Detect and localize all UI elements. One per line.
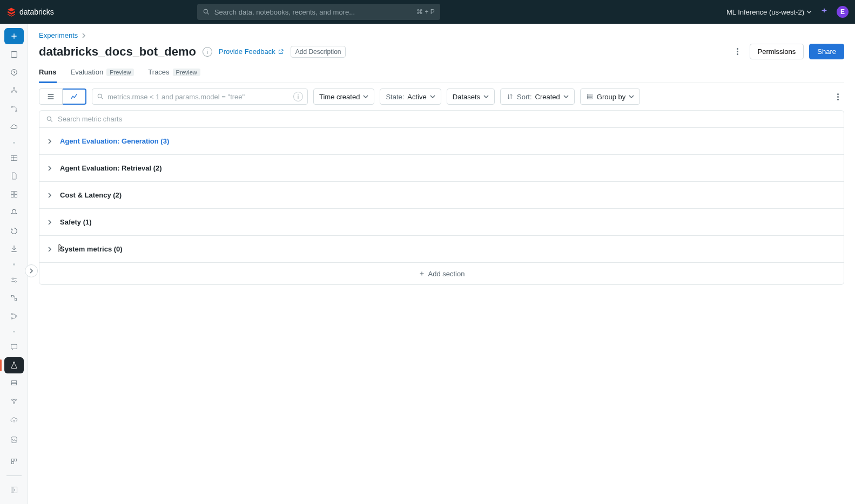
section-safety[interactable]: Safety (1): [39, 209, 844, 236]
main-content: Experiments databricks_docs_bot_demo i P…: [28, 24, 855, 504]
nav-features[interactable]: [4, 376, 24, 392]
svg-point-6: [15, 91, 17, 93]
share-button[interactable]: Share: [809, 44, 844, 59]
group-icon: [586, 93, 594, 100]
section-title: System metrics (0): [60, 245, 123, 253]
stack-icon: [10, 379, 18, 388]
store-icon: [10, 435, 18, 444]
provide-feedback-link[interactable]: Provide Feedback: [219, 47, 284, 56]
add-section-button[interactable]: Add section: [39, 263, 844, 284]
workspace-icon: [10, 50, 18, 59]
state-value: Active: [407, 93, 426, 101]
add-section-label: Add section: [428, 270, 465, 278]
nav-collapse[interactable]: [4, 480, 24, 500]
global-search[interactable]: Search data, notebooks, recents, and mor…: [197, 4, 440, 20]
brand-logo[interactable]: databricks: [6, 7, 54, 17]
svg-rect-13: [14, 195, 17, 197]
groupby-dropdown[interactable]: Group by: [580, 88, 640, 105]
user-avatar[interactable]: E: [837, 6, 849, 18]
breadcrumb-root[interactable]: Experiments: [39, 31, 78, 39]
nav-partner[interactable]: [4, 452, 24, 471]
section-cost-latency[interactable]: Cost & Latency (2): [39, 182, 844, 209]
svg-rect-28: [14, 459, 16, 461]
nav-workspace[interactable]: [4, 46, 24, 63]
info-icon[interactable]: i: [203, 47, 212, 57]
databricks-icon: [6, 7, 16, 17]
chevron-down-icon: [430, 94, 435, 99]
external-link-icon: [278, 49, 284, 55]
add-description-button[interactable]: Add Description: [291, 46, 346, 58]
nav-queries[interactable]: [4, 168, 24, 185]
nav-delta[interactable]: [4, 290, 24, 306]
time-dropdown[interactable]: Time created: [313, 88, 374, 105]
nav-compute[interactable]: [4, 119, 24, 135]
nav-marketplace[interactable]: [4, 430, 24, 449]
svg-line-37: [51, 120, 52, 121]
metric-search[interactable]: [39, 111, 844, 128]
nav-pipelines[interactable]: [4, 308, 24, 324]
chevron-down-icon: [483, 94, 489, 99]
svg-rect-11: [14, 192, 17, 194]
svg-rect-29: [11, 462, 14, 464]
section-agent-generation[interactable]: Agent Evaluation: Generation (3): [39, 128, 844, 155]
rail-expand-toggle[interactable]: [25, 264, 38, 277]
sliders-icon: [10, 276, 18, 284]
nav-dashboards[interactable]: [4, 186, 24, 202]
svg-point-19: [11, 318, 12, 319]
filter-help-icon[interactable]: i: [293, 92, 303, 101]
flow-icon: [10, 105, 18, 113]
state-dropdown[interactable]: State: Active: [380, 88, 441, 105]
assistant-icon[interactable]: [819, 7, 829, 17]
nav-models[interactable]: [4, 393, 24, 410]
datasets-dropdown[interactable]: Datasets: [447, 88, 495, 105]
tree-icon: [10, 86, 18, 95]
chevron-down-icon: [806, 9, 812, 15]
chart-view-button[interactable]: [63, 88, 86, 105]
list-view-button[interactable]: [39, 88, 63, 105]
nav-serving[interactable]: [4, 412, 24, 428]
svg-rect-9: [11, 155, 17, 160]
rail-separator-2: [13, 263, 15, 265]
section-title: Cost & Latency (2): [60, 191, 122, 199]
chevron-right-icon: [45, 139, 55, 144]
search-icon: [97, 93, 104, 100]
chevron-down-icon: [629, 94, 634, 99]
nav-history[interactable]: [4, 223, 24, 239]
svg-rect-12: [11, 195, 14, 197]
nav-job-runs[interactable]: [4, 272, 24, 288]
svg-rect-17: [15, 299, 16, 301]
nav-alerts[interactable]: [4, 205, 24, 221]
filter-input[interactable]: i: [92, 88, 308, 105]
preview-badge: Preview: [173, 69, 200, 76]
sort-dropdown[interactable]: Sort: Created: [500, 88, 575, 105]
tab-runs[interactable]: Runs: [39, 66, 57, 83]
filter-text-input[interactable]: [107, 93, 290, 101]
nav-catalog[interactable]: [4, 83, 24, 99]
search-shortcut: ⌘ + P: [416, 8, 435, 16]
section-agent-retrieval[interactable]: Agent Evaluation: Retrieval (2): [39, 155, 844, 182]
nav-experiments[interactable]: [4, 357, 24, 373]
svg-rect-34: [587, 96, 592, 97]
nav-ingestion[interactable]: [4, 241, 24, 257]
new-button[interactable]: [4, 28, 24, 44]
header-overflow-menu[interactable]: [731, 48, 744, 55]
collapse-icon: [10, 486, 18, 494]
nav-playground[interactable]: [4, 339, 24, 355]
permissions-button[interactable]: Permissions: [750, 44, 804, 59]
nav-recents[interactable]: [4, 65, 24, 81]
section-system-metrics[interactable]: System metrics (0): [39, 236, 844, 263]
table-icon: [10, 154, 18, 162]
tab-label: Runs: [39, 68, 57, 76]
tab-traces[interactable]: Traces Preview: [148, 66, 200, 83]
branch-icon: [10, 312, 18, 321]
tab-evaluation[interactable]: Evaluation Preview: [71, 66, 134, 83]
workspace-switcher[interactable]: ML Inference (us-west-2): [726, 8, 812, 16]
page-header: databricks_docs_bot_demo i Provide Feedb…: [39, 44, 844, 59]
chevron-down-icon: [563, 94, 569, 99]
nav-workflows[interactable]: [4, 101, 24, 117]
metric-search-input[interactable]: [58, 115, 837, 123]
history-icon: [10, 227, 18, 235]
chevron-right-icon: [81, 33, 86, 38]
nav-sql-editor[interactable]: [4, 150, 24, 166]
toolbar-overflow-menu[interactable]: [831, 93, 844, 100]
